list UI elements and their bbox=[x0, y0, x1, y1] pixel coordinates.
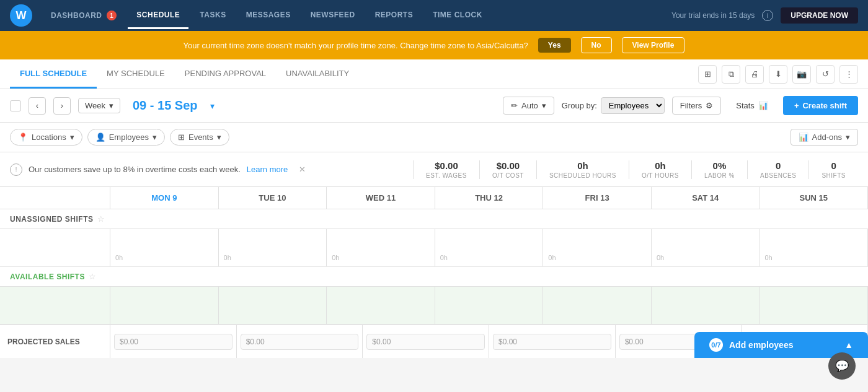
stats-items: $0.00 EST. WAGES $0.00 O/T COST 0h SCHED… bbox=[413, 160, 858, 179]
stats-button[interactable]: Stats 📊 bbox=[728, 97, 776, 114]
unassigned-cell-fri[interactable]: 0h bbox=[543, 229, 652, 266]
select-all-checkbox[interactable] bbox=[10, 100, 21, 111]
nav-schedule[interactable]: SCHEDULE bbox=[128, 7, 188, 24]
available-row-label bbox=[0, 287, 110, 324]
stats-chart-icon: 📊 bbox=[758, 101, 768, 110]
available-cell-mon[interactable] bbox=[110, 287, 219, 324]
next-week-button[interactable]: › bbox=[53, 97, 71, 115]
calendar-header: MON 9 TUE 10 WED 11 THU 12 FRI 13 SAT 14… bbox=[0, 187, 868, 209]
download-icon[interactable]: ⬇ bbox=[769, 65, 787, 84]
trial-text: Your trial ends in 15 days bbox=[671, 11, 755, 20]
filters-button[interactable]: Filters ⚙ bbox=[672, 97, 721, 115]
close-notice-button[interactable]: ✕ bbox=[299, 165, 306, 174]
copy-icon[interactable]: ⧉ bbox=[722, 65, 740, 84]
addons-chevron-icon: ▾ bbox=[846, 133, 850, 142]
projected-input-wed[interactable] bbox=[363, 325, 489, 358]
unassigned-cell-wed[interactable]: 0h bbox=[327, 229, 435, 266]
app-logo: W bbox=[10, 4, 32, 27]
stat-ot-hours: 0h O/T HOURS bbox=[629, 160, 691, 179]
unassigned-pin-icon[interactable]: ☆ bbox=[97, 214, 105, 224]
stats-notice: ! Our customers save up to 8% in overtim… bbox=[10, 163, 413, 176]
projected-input-thu[interactable] bbox=[489, 325, 616, 358]
locations-filter[interactable]: 📍 Locations ▾ bbox=[10, 129, 82, 146]
available-cell-fri[interactable] bbox=[543, 287, 652, 324]
print-icon[interactable]: 🖨 bbox=[745, 65, 764, 84]
unassigned-title: UNASSIGNED SHIFTS bbox=[10, 215, 94, 224]
upgrade-button[interactable]: UPGRADE NOW bbox=[781, 7, 858, 24]
banner-text: Your current time zone doesn't match you… bbox=[184, 41, 528, 50]
stat-ot-cost: $0.00 O/T COST bbox=[479, 160, 536, 179]
plus-icon: + bbox=[794, 101, 799, 110]
tab-icons: ⊞ ⧉ 🖨 ⬇ 📷 ↺ ⋮ bbox=[698, 65, 858, 84]
available-cell-sun[interactable] bbox=[760, 287, 868, 324]
tab-unavailability[interactable]: UNAVAILABILITY bbox=[276, 60, 359, 89]
available-cell-sat[interactable] bbox=[652, 287, 760, 324]
unassigned-section-header: UNASSIGNED SHIFTS ☆ bbox=[0, 209, 868, 229]
view-profile-button[interactable]: View Profile bbox=[622, 37, 685, 53]
camera-icon[interactable]: 📷 bbox=[792, 65, 811, 84]
cal-day-wed: WED 11 bbox=[327, 187, 435, 209]
stat-est-wages: $0.00 EST. WAGES bbox=[413, 160, 479, 179]
create-shift-button[interactable]: + Create shift bbox=[783, 96, 858, 115]
projected-input-wed-field[interactable] bbox=[366, 334, 485, 350]
cal-day-thu: THU 12 bbox=[435, 187, 544, 209]
projected-input-tue[interactable] bbox=[237, 325, 363, 358]
nav-timeclock[interactable]: TIME CLOCK bbox=[424, 7, 491, 24]
available-title: AVAILABLE SHIFTS bbox=[10, 272, 85, 281]
unassigned-shift-row: 0h 0h 0h 0h 0h 0h 0h bbox=[0, 229, 868, 267]
available-cell-tue[interactable] bbox=[219, 287, 327, 324]
person-icon: 👤 bbox=[95, 133, 105, 142]
addons-button[interactable]: 📊 Add-ons ▾ bbox=[790, 129, 858, 146]
expand-icon[interactable]: ⊞ bbox=[698, 65, 717, 84]
available-cell-wed[interactable] bbox=[327, 287, 435, 324]
timezone-yes-button[interactable]: Yes bbox=[538, 38, 571, 53]
available-pin-icon[interactable]: ☆ bbox=[89, 272, 96, 281]
week-selector[interactable]: Week ▾ bbox=[78, 98, 120, 113]
add-employees-label: Add employees bbox=[729, 340, 793, 350]
dashboard-badge: 1 bbox=[107, 11, 117, 20]
unassigned-cell-sat[interactable]: 0h bbox=[652, 229, 760, 266]
filter-icon: ⚙ bbox=[706, 101, 713, 110]
date-dropdown-icon[interactable]: ▾ bbox=[210, 101, 215, 111]
unassigned-cell-tue[interactable]: 0h bbox=[219, 229, 327, 266]
projected-input-mon[interactable] bbox=[110, 325, 237, 358]
tab-my-schedule[interactable]: MY SCHEDULE bbox=[97, 60, 175, 89]
grid-icon: ⊞ bbox=[178, 133, 185, 142]
auto-button[interactable]: ✏ Auto ▾ bbox=[503, 97, 554, 115]
more-options-icon[interactable]: ⋮ bbox=[839, 65, 858, 84]
nav-newsfeed[interactable]: NEWSFEED bbox=[302, 7, 364, 24]
learn-more-link[interactable]: Learn more bbox=[247, 165, 288, 174]
locations-chevron-icon: ▾ bbox=[70, 133, 74, 142]
history-icon[interactable]: ↺ bbox=[816, 65, 835, 84]
timezone-no-button[interactable]: No bbox=[581, 37, 612, 53]
unassigned-cell-sun[interactable]: 0h bbox=[760, 229, 868, 266]
events-chevron-icon: ▾ bbox=[217, 133, 221, 142]
employees-filter[interactable]: 👤 Employees ▾ bbox=[87, 129, 165, 146]
info-icon[interactable]: i bbox=[762, 10, 773, 21]
nav-messages[interactable]: MESSAGES bbox=[237, 7, 299, 24]
projected-sales-label: PROJECTED SALES bbox=[0, 325, 110, 358]
stat-scheduled-hours: 0h SCHEDULED HOURS bbox=[536, 160, 629, 179]
toolbar: ‹ › Week ▾ 09 - 15 Sep ▾ ✏ Auto ▾ Group … bbox=[0, 89, 868, 123]
auto-chevron-icon: ▾ bbox=[542, 101, 546, 110]
projected-input-thu-field[interactable] bbox=[493, 334, 611, 350]
projected-input-tue-field[interactable] bbox=[241, 334, 359, 350]
unassigned-cell-mon[interactable]: 0h bbox=[110, 229, 219, 266]
group-by-dropdown[interactable]: Employees Locations Roles bbox=[601, 97, 665, 114]
unassigned-cell-thu[interactable]: 0h bbox=[435, 229, 544, 266]
employees-chevron-icon: ▾ bbox=[153, 133, 157, 142]
events-filter[interactable]: ⊞ Events ▾ bbox=[170, 129, 229, 146]
add-employees-chevron-icon: ▲ bbox=[844, 340, 853, 350]
tab-full-schedule[interactable]: FULL SCHEDULE bbox=[10, 60, 97, 89]
nav-dashboard[interactable]: DASHBOARD 1 bbox=[42, 7, 125, 24]
available-cell-thu[interactable] bbox=[435, 287, 544, 324]
available-shift-row bbox=[0, 287, 868, 324]
stat-shifts: 0 SHIFTS bbox=[808, 160, 858, 179]
projected-input-mon-field[interactable] bbox=[114, 334, 232, 350]
cal-label-spacer bbox=[0, 187, 110, 209]
cal-day-tue: TUE 10 bbox=[219, 187, 327, 209]
prev-week-button[interactable]: ‹ bbox=[29, 97, 46, 115]
tab-pending-approval[interactable]: PENDING APPROVAL bbox=[175, 60, 276, 89]
nav-reports[interactable]: REPORTS bbox=[366, 7, 422, 24]
nav-tasks[interactable]: TASKS bbox=[191, 7, 234, 24]
